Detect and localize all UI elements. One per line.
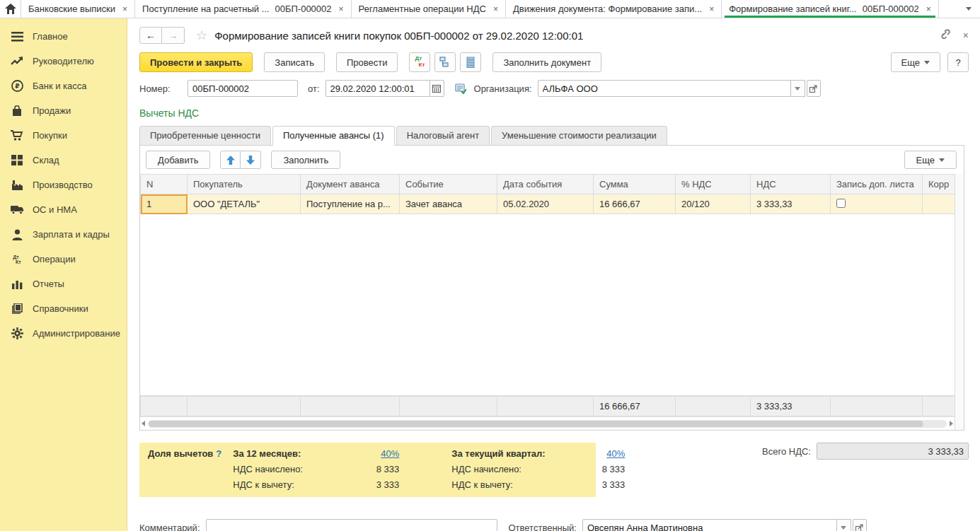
scroll-left-icon[interactable] xyxy=(142,421,145,426)
calendar-button[interactable] xyxy=(430,80,444,97)
scrollbar-thumb[interactable] xyxy=(149,421,923,427)
responsible-dropdown-button[interactable] xyxy=(837,519,851,531)
cell-extra-sheet[interactable] xyxy=(831,194,923,214)
col-header-sum[interactable]: Сумма xyxy=(594,175,676,194)
post-button[interactable]: Провести xyxy=(336,52,398,72)
tab-vat-regulatory-operations[interactable]: Регламентные операции НДС × xyxy=(352,0,506,18)
favorite-star-icon[interactable]: ☆ xyxy=(196,28,207,43)
tab-document-movements[interactable]: Движения документа: Формирование запи...… xyxy=(506,0,722,18)
tab-close-icon[interactable]: × xyxy=(339,4,344,14)
tab-purchase-ledger-entries[interactable]: Формирование записей книг... 00БП-000002… xyxy=(722,0,939,18)
tab-close-icon[interactable]: × xyxy=(122,4,127,14)
responsible-open-button[interactable] xyxy=(853,519,867,531)
forward-button[interactable]: → xyxy=(162,27,185,44)
home-tab[interactable] xyxy=(0,0,21,18)
move-row-up-button[interactable] xyxy=(220,151,241,169)
date-input[interactable] xyxy=(325,80,430,97)
col-header-advance-doc[interactable]: Документ аванса xyxy=(301,175,400,194)
show-postings-button[interactable]: ДтКт xyxy=(409,52,430,72)
months12-accrued-value: 8 333 xyxy=(339,464,399,474)
col-header-vat-rate[interactable]: % НДС xyxy=(676,175,751,194)
extra-sheet-checkbox[interactable] xyxy=(836,199,846,208)
col-header-corr[interactable]: Корр xyxy=(923,175,956,194)
chevron-down-icon xyxy=(924,61,930,64)
vat-tabs: Приобретенные ценности Полученные авансы… xyxy=(139,124,969,145)
post-and-close-button[interactable]: Провести и закрыть xyxy=(139,52,253,72)
menu-icon xyxy=(10,30,24,44)
get-link-icon[interactable] xyxy=(938,29,950,42)
grid-empty-area[interactable] xyxy=(140,214,955,396)
sidebar-item-payroll-hr[interactable]: Зарплата и кадры xyxy=(0,222,127,247)
vertical-scrollbar[interactable] xyxy=(955,174,964,430)
help-icon[interactable]: ? xyxy=(216,448,221,459)
cell-event[interactable]: Зачет аванса xyxy=(400,194,497,214)
cell-buyer[interactable]: ООО "ДЕТАЛЬ" xyxy=(188,194,301,214)
col-header-extra-sheet[interactable]: Запись доп. листа xyxy=(831,175,923,194)
tab-bank-statements[interactable]: Банковские выписки × xyxy=(21,0,135,18)
cell-advance-doc[interactable]: Поступление на р... xyxy=(301,194,400,214)
cell-n[interactable]: 1 xyxy=(141,194,188,214)
quarter-percent-link[interactable]: 40% xyxy=(606,448,625,459)
window-tabbar: Банковские выписки × Поступление на расч… xyxy=(0,0,980,18)
fill-document-button[interactable]: Заполнить документ xyxy=(492,52,601,72)
add-row-button[interactable]: Добавить xyxy=(146,151,210,169)
responsible-input[interactable] xyxy=(582,519,837,531)
tab-close-icon[interactable]: × xyxy=(493,4,498,14)
tab-receipt-to-account[interactable]: Поступление на расчетный ... 00БП-000002… xyxy=(135,0,351,18)
cell-event-date[interactable]: 05.02.2020 xyxy=(497,194,594,214)
comment-label: Комментарий: xyxy=(139,523,200,531)
organization-open-button[interactable] xyxy=(807,80,821,97)
back-button[interactable]: ← xyxy=(139,27,162,44)
grid-more-button[interactable]: Еще xyxy=(904,151,957,169)
tab-received-advances[interactable]: Полученные авансы (1) xyxy=(272,126,395,146)
move-row-down-button[interactable] xyxy=(241,151,261,169)
document-structure-button[interactable] xyxy=(434,52,456,72)
comment-input[interactable] xyxy=(206,519,497,531)
ruble-coin-icon: ₽ xyxy=(10,79,24,93)
number-input[interactable] xyxy=(188,80,298,97)
sidebar-item-bank-cash[interactable]: ₽ Банк и касса xyxy=(0,74,127,98)
tab-acquired-values[interactable]: Приобретенные ценности xyxy=(139,126,271,146)
tab-close-icon[interactable]: × xyxy=(926,4,931,14)
shopping-bag-icon xyxy=(10,104,24,118)
col-header-event[interactable]: Событие xyxy=(400,175,497,194)
sidebar-item-purchases[interactable]: Покупки xyxy=(0,123,127,148)
col-header-event-date[interactable]: Дата события xyxy=(497,175,594,194)
linked-document-icon[interactable] xyxy=(453,81,468,96)
cell-sum[interactable]: 16 666,67 xyxy=(594,194,676,214)
sidebar-item-label: Производство xyxy=(33,180,93,190)
sidebar-item-fixed-assets[interactable]: ОС и НМА xyxy=(0,197,127,222)
months12-percent-link[interactable]: 40% xyxy=(381,448,399,459)
save-button[interactable]: Записать xyxy=(264,52,325,72)
sidebar-item-main[interactable]: Главное xyxy=(0,24,127,49)
col-header-vat[interactable]: НДС xyxy=(751,175,831,194)
fill-grid-button[interactable]: Заполнить xyxy=(271,151,340,169)
help-button[interactable]: ? xyxy=(947,52,969,72)
scroll-right-icon[interactable] xyxy=(950,421,953,426)
more-actions-button[interactable]: Еще xyxy=(891,52,940,72)
table-row[interactable]: 1 ООО "ДЕТАЛЬ" Поступление на р... Зачет… xyxy=(141,194,956,214)
sidebar-item-production[interactable]: Производство xyxy=(0,173,127,197)
horizontal-scrollbar[interactable] xyxy=(140,416,955,430)
organization-dropdown-button[interactable] xyxy=(791,80,805,97)
tab-overflow-button[interactable] xyxy=(957,0,980,18)
tab-close-icon[interactable]: × xyxy=(709,4,714,14)
sidebar-item-operations[interactable]: Дт Кт Операции xyxy=(0,247,127,272)
col-header-n[interactable]: N xyxy=(141,175,188,194)
tab-tax-agent[interactable]: Налоговый агент xyxy=(396,126,490,146)
cell-vat-rate[interactable]: 20/120 xyxy=(676,194,751,214)
sidebar-item-label: Покупки xyxy=(33,130,67,141)
close-form-icon[interactable]: × xyxy=(963,30,969,41)
sidebar-item-manager[interactable]: Руководителю xyxy=(0,49,127,74)
organization-input[interactable] xyxy=(538,80,791,97)
cell-vat[interactable]: 3 333,33 xyxy=(751,194,831,214)
sidebar-item-directories[interactable]: Справочники xyxy=(0,296,127,321)
registers-report-button[interactable] xyxy=(460,52,481,72)
sidebar-item-sales[interactable]: Продажи xyxy=(0,98,127,123)
tab-sales-value-reduction[interactable]: Уменьшение стоимости реализации xyxy=(491,126,667,146)
sidebar-item-administration[interactable]: Администрирование xyxy=(0,321,127,346)
col-header-buyer[interactable]: Покупатель xyxy=(188,175,301,194)
cell-corr[interactable] xyxy=(923,194,956,214)
sidebar-item-warehouse[interactable]: Склад xyxy=(0,148,127,173)
sidebar-item-reports[interactable]: Отчеты xyxy=(0,272,127,296)
